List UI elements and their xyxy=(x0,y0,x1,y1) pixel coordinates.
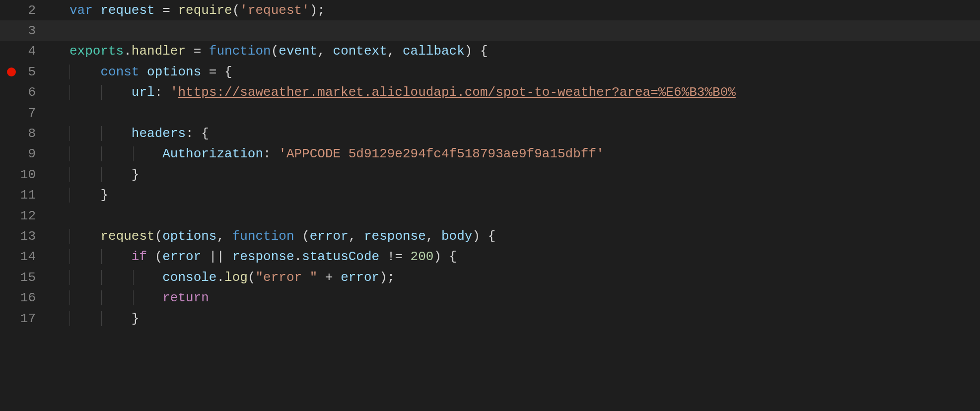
operator: = xyxy=(186,44,209,59)
code-content[interactable]: Authorization: 'APPCODE 5d9129e294fc4f51… xyxy=(50,146,980,161)
code-content[interactable]: } xyxy=(50,188,980,203)
number: 200 xyxy=(411,249,434,264)
code-line[interactable]: 13 request(options, function (error, res… xyxy=(0,226,980,246)
semicolon: ; xyxy=(317,3,325,18)
code-line[interactable]: 14 if (error || response.statusCode != 2… xyxy=(0,247,980,267)
param: error xyxy=(310,229,349,244)
code-content[interactable]: var request = require('request'); xyxy=(50,3,980,18)
keyword-if: if xyxy=(132,249,147,264)
line-number[interactable]: 13 xyxy=(0,229,50,244)
code-line[interactable]: 9 Authorization: 'APPCODE 5d9129e294fc4f… xyxy=(0,144,980,164)
comma: , xyxy=(387,44,403,59)
code-editor[interactable]: 2 var request = require('request'); 3 4 … xyxy=(0,0,980,411)
keyword-function: function xyxy=(232,229,294,244)
variable: error xyxy=(341,270,379,285)
code-line[interactable]: 17 } xyxy=(0,308,980,329)
operator: = xyxy=(201,65,224,79)
property: headers xyxy=(132,126,186,141)
semicolon: ; xyxy=(387,270,395,285)
code-line[interactable]: 2 var request = require('request'); xyxy=(0,0,980,20)
line-number[interactable]: 11 xyxy=(0,188,50,203)
keyword-var: var xyxy=(70,3,93,18)
code-line[interactable]: 16 return xyxy=(0,287,980,308)
line-number[interactable]: 12 xyxy=(0,208,50,223)
line-number[interactable]: 7 xyxy=(0,106,50,121)
code-content[interactable]: exports.handler = function(event, contex… xyxy=(50,44,980,59)
code-line[interactable]: 4 exports.handler = function(event, cont… xyxy=(0,41,980,62)
string-quote: ' xyxy=(170,85,178,100)
operator: = xyxy=(162,3,178,18)
paren: ( xyxy=(302,229,310,244)
colon: : xyxy=(155,85,170,100)
paren: ( xyxy=(232,3,240,18)
code-content[interactable]: console.log("error " + error); xyxy=(50,270,980,285)
code-content[interactable]: request(options, function (error, respon… xyxy=(50,229,980,244)
code-line-current[interactable]: 3 xyxy=(0,20,980,41)
brace: { xyxy=(201,126,209,141)
line-number[interactable]: 16 xyxy=(0,290,50,305)
code-line[interactable]: 10 } xyxy=(0,164,980,185)
code-line[interactable]: 12 xyxy=(0,206,980,226)
line-number[interactable]: 6 xyxy=(0,85,50,100)
space xyxy=(139,65,147,79)
breakpoint-icon[interactable] xyxy=(7,68,16,76)
string: 'APPCODE 5d9129e294fc4f518793ae9f9a15dbf… xyxy=(279,146,604,161)
indent xyxy=(70,270,162,285)
indent xyxy=(70,65,100,79)
line-number[interactable]: 15 xyxy=(0,270,50,285)
code-content[interactable]: } xyxy=(50,167,980,182)
line-number[interactable]: 3 xyxy=(0,23,50,38)
brace: { xyxy=(480,229,495,244)
indent xyxy=(70,188,100,203)
property: handler xyxy=(132,44,186,59)
function-call: require xyxy=(178,3,232,18)
code-line[interactable]: 5 const options = { xyxy=(0,62,980,82)
operator: != xyxy=(379,249,410,264)
indent-guide-icon xyxy=(133,270,134,285)
code-content[interactable]: headers: { xyxy=(50,126,980,141)
indent xyxy=(70,146,162,161)
method: log xyxy=(224,270,248,285)
keyword-return: return xyxy=(162,290,209,305)
code-line[interactable]: 7 xyxy=(0,103,980,123)
space xyxy=(147,249,155,264)
paren: ( xyxy=(155,249,163,264)
code-content[interactable]: return xyxy=(50,290,980,305)
line-number[interactable]: 2 xyxy=(0,3,50,18)
dot: . xyxy=(216,270,224,285)
indent xyxy=(70,85,132,100)
code-content[interactable]: } xyxy=(50,311,980,326)
line-number[interactable]: 5 xyxy=(0,65,50,79)
property: statusCode xyxy=(302,249,379,264)
brace: { xyxy=(224,65,232,79)
string: "error " xyxy=(255,270,317,285)
brace: } xyxy=(132,311,140,326)
line-number[interactable]: 8 xyxy=(0,126,50,141)
indent-guide-icon xyxy=(133,146,134,161)
code-content[interactable]: url: 'https://saweather.market.aliclouda… xyxy=(50,85,980,100)
paren: ) xyxy=(433,249,441,264)
brace: { xyxy=(441,249,457,264)
indent xyxy=(70,229,100,244)
code-line[interactable]: 11 } xyxy=(0,185,980,206)
line-number[interactable]: 4 xyxy=(0,44,50,59)
code-content[interactable]: const options = { xyxy=(50,65,980,79)
code-content[interactable]: if (error || response.statusCode != 200)… xyxy=(50,249,980,264)
code-line[interactable]: 8 headers: { xyxy=(0,123,980,143)
indent-guide-icon xyxy=(133,290,134,305)
variable: error xyxy=(162,249,201,264)
code-line[interactable]: 6 url: 'https://saweather.market.aliclou… xyxy=(0,82,980,103)
comma: , xyxy=(349,229,364,244)
operator: + xyxy=(317,270,341,285)
code-line[interactable]: 15 console.log("error " + error); xyxy=(0,267,980,287)
property: Authorization xyxy=(162,146,263,161)
keyword-function: function xyxy=(209,44,271,59)
indent xyxy=(70,290,162,305)
paren: ) xyxy=(472,229,480,244)
line-number[interactable]: 17 xyxy=(0,311,50,326)
param: callback xyxy=(403,44,465,59)
line-number[interactable]: 14 xyxy=(0,249,50,264)
line-number[interactable]: 9 xyxy=(0,146,50,161)
comma: , xyxy=(317,44,333,59)
line-number[interactable]: 10 xyxy=(0,167,50,182)
